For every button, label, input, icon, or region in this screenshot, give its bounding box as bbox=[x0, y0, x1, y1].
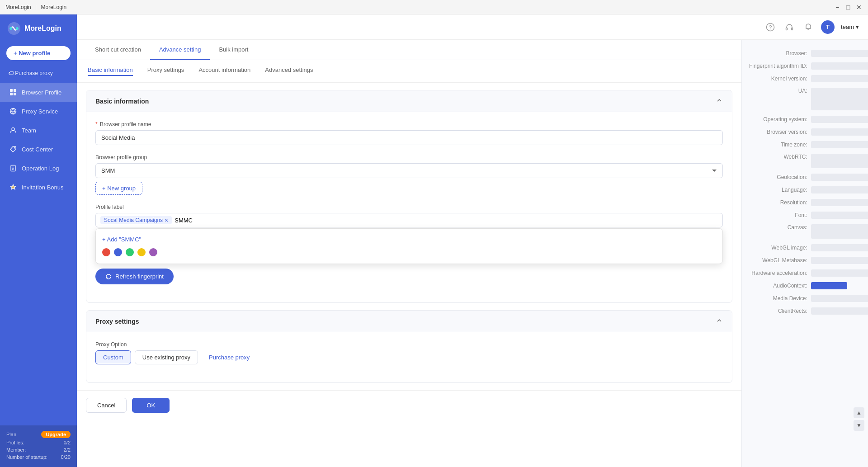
svg-rect-6 bbox=[14, 93, 16, 95]
scroll-up-button[interactable]: ▲ bbox=[854, 407, 864, 418]
tab-advance-setting[interactable]: Advance setting bbox=[150, 40, 210, 60]
required-mark: * bbox=[95, 121, 98, 127]
subtab-basic-info[interactable]: Basic information bbox=[88, 66, 133, 76]
ok-button[interactable]: OK bbox=[132, 398, 170, 413]
sidebar-item-operation-log[interactable]: Operation Log bbox=[0, 159, 77, 178]
logo-text: MoreLogin bbox=[24, 24, 61, 33]
scroll-down-button[interactable]: ▼ bbox=[854, 420, 864, 431]
profile-name-group: * Browser profile name bbox=[95, 121, 723, 145]
user-avatar[interactable]: T bbox=[821, 20, 835, 34]
rp-label-hw-accel: Hardware acceleration: bbox=[749, 267, 811, 279]
star-icon bbox=[9, 183, 17, 191]
rp-row-resolution: Resolution: bbox=[749, 196, 868, 209]
rp-label-os: Operating system: bbox=[749, 113, 811, 126]
tag-social-media-campaigns: Socal Media Campaigns × bbox=[100, 216, 172, 224]
minimize-button[interactable]: − bbox=[834, 4, 841, 11]
profile-name-input[interactable] bbox=[95, 130, 723, 145]
rp-row-kernel: Kernel version: bbox=[749, 72, 868, 85]
sidebar-item-browser-profile[interactable]: Browser Profile bbox=[0, 83, 77, 102]
doc-icon bbox=[9, 164, 17, 172]
tab-shortcut-creation[interactable]: Short cut creation bbox=[86, 40, 150, 60]
new-profile-button[interactable]: + New profile bbox=[6, 46, 71, 60]
sidebar: MoreLogin + New profile 🏷 Purchase proxy… bbox=[0, 14, 77, 467]
fingerprint-table: Browser: Fingerprint algorithm ID: Kerne… bbox=[749, 47, 868, 317]
subtab-account-info[interactable]: Account information bbox=[198, 66, 250, 76]
tag-text-input[interactable] bbox=[175, 217, 718, 224]
rp-label-fingerprint-id: Fingerprint algorithm ID: bbox=[749, 60, 811, 72]
rp-value-fingerprint-id bbox=[811, 62, 868, 70]
color-red[interactable] bbox=[102, 248, 110, 256]
sidebar-item-proxy-service[interactable]: Proxy Service bbox=[0, 102, 77, 121]
rp-row-browser: Browser: bbox=[749, 47, 868, 60]
svg-text:?: ? bbox=[769, 24, 772, 30]
rp-value-resolution bbox=[811, 199, 868, 206]
sidebar-item-invitation-bonus[interactable]: Invitation Bonus bbox=[0, 178, 77, 197]
topbar: ? T team bbox=[77, 14, 868, 40]
grid-icon bbox=[9, 88, 17, 96]
bell-icon[interactable] bbox=[802, 21, 815, 33]
proxy-option-label: Proxy Option bbox=[95, 341, 723, 348]
rp-row-timezone: Time zone: bbox=[749, 138, 868, 151]
subtab-proxy-settings[interactable]: Proxy settings bbox=[147, 66, 184, 76]
label-dropdown-menu: + Add "SMMC" bbox=[95, 228, 723, 264]
proxy-section-title: Proxy settings bbox=[95, 318, 139, 325]
tag-close-button[interactable]: × bbox=[165, 217, 168, 223]
group-group: Browser profile group SMM + New group bbox=[95, 154, 723, 195]
color-purple[interactable] bbox=[149, 248, 157, 256]
rp-label-webgl-meta: WebGL Metabase: bbox=[749, 254, 811, 267]
svg-rect-5 bbox=[10, 93, 13, 95]
rp-label-geo: Geolocation: bbox=[749, 171, 811, 184]
tag-input-container[interactable]: Socal Media Campaigns × bbox=[95, 213, 723, 227]
subtab-advanced-settings[interactable]: Advanced settings bbox=[265, 66, 313, 76]
purchase-proxy-button[interactable]: 🏷 Purchase proxy bbox=[6, 67, 71, 79]
color-yellow[interactable] bbox=[137, 248, 146, 256]
member-label: Member: bbox=[6, 447, 26, 453]
rp-row-font: Font: bbox=[749, 209, 868, 222]
rp-label-resolution: Resolution: bbox=[749, 196, 811, 209]
proxy-custom-button[interactable]: Custom bbox=[95, 350, 131, 364]
upgrade-button[interactable]: Upgrade bbox=[41, 431, 71, 438]
new-group-button[interactable]: + New group bbox=[95, 182, 142, 195]
maximize-button[interactable]: □ bbox=[844, 4, 852, 11]
main: ? T team bbox=[77, 14, 868, 467]
titlebar-controls[interactable]: − □ ✕ bbox=[834, 4, 863, 11]
help-icon[interactable]: ? bbox=[764, 21, 777, 33]
titlebar: MoreLogin | MoreLogin − □ ✕ bbox=[0, 0, 868, 14]
rp-label-browser: Browser: bbox=[749, 47, 811, 60]
rp-value-geo bbox=[811, 174, 868, 181]
close-button[interactable]: ✕ bbox=[855, 4, 863, 11]
color-blue[interactable] bbox=[114, 248, 122, 256]
rp-row-audio: AudioContext: bbox=[749, 279, 868, 292]
sidebar-item-cost-center[interactable]: Cost Center bbox=[0, 140, 77, 159]
group-select[interactable]: SMM bbox=[95, 163, 723, 178]
proxy-section-body: Proxy Option Custom Use existing proxy P… bbox=[86, 332, 732, 382]
rp-label-webrtc: WebRTC: bbox=[749, 151, 811, 171]
headphone-icon[interactable] bbox=[783, 21, 796, 33]
color-green[interactable] bbox=[126, 248, 134, 256]
proxy-purchase-button[interactable]: Purchase proxy bbox=[202, 350, 257, 364]
sidebar-item-team[interactable]: Team bbox=[0, 121, 77, 140]
cancel-button[interactable]: Cancel bbox=[86, 398, 127, 413]
basic-info-section-header[interactable]: Basic information bbox=[86, 90, 732, 112]
proxy-section-header[interactable]: Proxy settings bbox=[86, 311, 732, 332]
plan-row: Plan Upgrade bbox=[6, 431, 71, 438]
rp-value-kernel bbox=[811, 75, 868, 82]
profile-label-group: Profile label Socal Media Campaigns × bbox=[95, 204, 723, 227]
rp-value-lang bbox=[811, 186, 868, 193]
svg-rect-4 bbox=[14, 89, 16, 92]
profile-label-label: Profile label bbox=[95, 204, 723, 210]
rp-label-audio: AudioContext: bbox=[749, 279, 811, 292]
svg-point-10 bbox=[14, 147, 15, 149]
chevron-down-icon: ▾ bbox=[856, 24, 859, 30]
startup-label: Number of startup: bbox=[6, 454, 47, 460]
proxy-option-buttons: Custom Use existing proxy Purchase proxy bbox=[95, 350, 723, 364]
tab-bulk-import[interactable]: Bulk import bbox=[210, 40, 257, 60]
basic-info-title: Basic information bbox=[95, 98, 149, 105]
svg-point-9 bbox=[12, 128, 14, 131]
proxy-existing-button[interactable]: Use existing proxy bbox=[135, 350, 198, 364]
add-smmc-option[interactable]: + Add "SMMC" bbox=[100, 233, 718, 245]
logo-icon bbox=[7, 22, 21, 35]
refresh-fingerprint-button[interactable]: Refresh fingerprint bbox=[95, 269, 174, 284]
sidebar-logo: MoreLogin bbox=[0, 22, 77, 46]
sub-tabs: Basic information Proxy settings Account… bbox=[77, 60, 741, 83]
